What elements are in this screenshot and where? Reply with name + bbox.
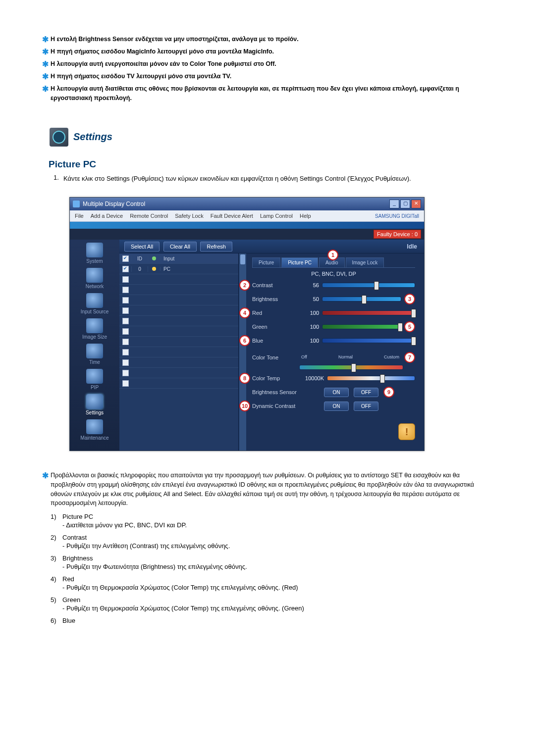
colortone-custom: Custom [384,354,399,359]
select-all-button[interactable]: Select All [124,242,160,252]
brightness-label: Brightness [252,296,299,302]
warning-icon: ! [398,423,415,440]
callout-2: 2 [239,280,250,291]
network-icon [86,268,103,283]
star-icon: ✱ [40,72,51,81]
star-icon: ✱ [40,35,51,44]
red-label: Red [252,310,299,316]
row-checkbox[interactable] [122,307,129,314]
maintenance-icon [86,419,103,434]
menu-add-device[interactable]: Add a Device [91,213,123,219]
colortone-slider[interactable] [299,365,403,370]
note-title: Blue [62,617,75,624]
callout-6: 6 [239,335,250,346]
menubar[interactable]: File Add a Device Remote Control Safety … [70,210,424,222]
callout-7: 7 [404,352,415,363]
window-title: Multiple Display Control [83,201,145,207]
row-checkbox[interactable] [122,287,129,293]
brightsensor-on[interactable]: ON [324,388,349,397]
note-sub: - Ρυθμίζει τη Θερμοκρασία Χρώματος (Colo… [62,584,495,591]
minimize-button[interactable]: _ [389,200,399,208]
dyncontrast-on[interactable]: ON [324,402,349,411]
blue-slider[interactable] [322,338,415,343]
dyncontrast-off[interactable]: OFF [354,402,378,411]
input-source-icon [86,293,103,308]
app-icon [73,201,80,207]
note-title: Brightness [62,554,93,562]
note-number: 6) [51,617,62,624]
sidebar-item-input-source[interactable]: Input Source [70,293,119,314]
callout-4: 4 [239,307,250,318]
section-title: Picture PC [49,159,495,170]
menu-lamp-control[interactable]: Lamp Control [260,213,293,219]
titlebar[interactable]: Multiple Display Control _ ▢ ✕ [70,198,424,210]
green-slider[interactable] [322,324,401,329]
row-checkbox[interactable] [122,297,129,303]
colortemp-slider[interactable] [327,376,415,381]
header-checkbox[interactable] [122,255,129,262]
star-icon: ✱ [40,84,51,94]
note-sub: - Διατίθεται μόνον για PC, BNC, DVI και … [62,521,495,529]
close-button[interactable]: ✕ [411,200,421,208]
sidebar-item-maintenance[interactable]: Maintenance [70,419,119,441]
idle-label: Idle [407,243,417,250]
note-text: Η πηγή σήματος εισόδου TV λειτουργεί μόν… [51,72,231,81]
grid-row[interactable]: 0 PC [119,264,238,274]
tab-picture[interactable]: Picture [252,257,280,267]
sidebar-item-pip[interactable]: PIP [70,369,119,390]
menu-help[interactable]: Help [300,213,311,219]
note-sub: - Ρυθμίζει την Φωτεινότητα (Brightness) … [62,563,495,570]
footnotes: ✱ Προβάλλονται οι βασικές πληροφορίες πο… [40,471,495,624]
system-icon [86,243,103,257]
menu-remote-control[interactable]: Remote Control [130,213,168,219]
sidebar: System Network Input Source Image Size T… [70,240,119,451]
mdc-window: Multiple Display Control _ ▢ ✕ File Add … [69,197,425,451]
refresh-button[interactable]: Refresh [200,242,232,252]
settings-sidebar-icon [86,394,103,409]
star-icon: ✱ [40,471,51,508]
sidebar-item-image-size[interactable]: Image Size [70,318,119,340]
row-checkbox[interactable] [122,380,129,387]
row-input: PC [160,266,238,272]
footinfo-text: Προβάλλονται οι βασικές πληροφορίες που … [51,471,495,508]
tab-image-lock[interactable]: Image Lock [346,257,384,267]
brightsensor-off[interactable]: OFF [354,388,378,397]
row-checkbox[interactable] [122,339,129,345]
brightness-slider[interactable] [322,297,401,302]
sidebar-item-settings[interactable]: Settings [70,394,119,415]
clear-all-button[interactable]: Clear All [163,242,197,252]
menu-fault-alert[interactable]: Fault Device Alert [211,213,253,219]
note-title: Red [62,575,74,583]
settings-icon [50,128,68,147]
contrast-slider[interactable] [322,283,415,288]
colortemp-label: Color Temp [252,375,299,381]
sidebar-item-time[interactable]: Time [70,344,119,365]
sidebar-item-network[interactable]: Network [70,268,119,289]
note-number: 2) [51,534,62,541]
row-checkbox[interactable] [122,349,129,355]
colortone-normal: Normal [338,354,353,359]
col-input-header: Input [160,256,238,261]
blue-band [70,222,424,229]
note-sub: - Ρυθμίζει την Αντίθεση (Contrast) της ε… [62,542,495,550]
power-icon [152,256,156,260]
callout-10: 10 [239,401,250,411]
row-checkbox[interactable] [122,318,129,324]
sidebar-item-system[interactable]: System [70,243,119,264]
tab-picture-pc[interactable]: Picture PC [281,257,318,267]
red-slider[interactable] [322,310,415,315]
menu-safety-lock[interactable]: Safety Lock [175,213,203,219]
row-checkbox[interactable] [122,370,129,376]
note-text: Η πηγή σήματος εισόδου MagicInfo λειτουρ… [51,47,274,56]
pip-icon [86,369,103,384]
row-checkbox[interactable] [122,359,129,366]
row-checkbox[interactable] [122,266,129,272]
note-number: 5) [51,596,62,604]
row-checkbox[interactable] [122,276,129,283]
note-sub: - Ρυθμίζει τη Θερμοκρασία Χρώματος (Colo… [62,605,495,612]
maximize-button[interactable]: ▢ [400,200,410,208]
contrast-value: 56 [299,282,322,288]
menu-file[interactable]: File [75,213,84,219]
colortemp-value: 10000K [299,375,327,381]
row-checkbox[interactable] [122,328,129,335]
